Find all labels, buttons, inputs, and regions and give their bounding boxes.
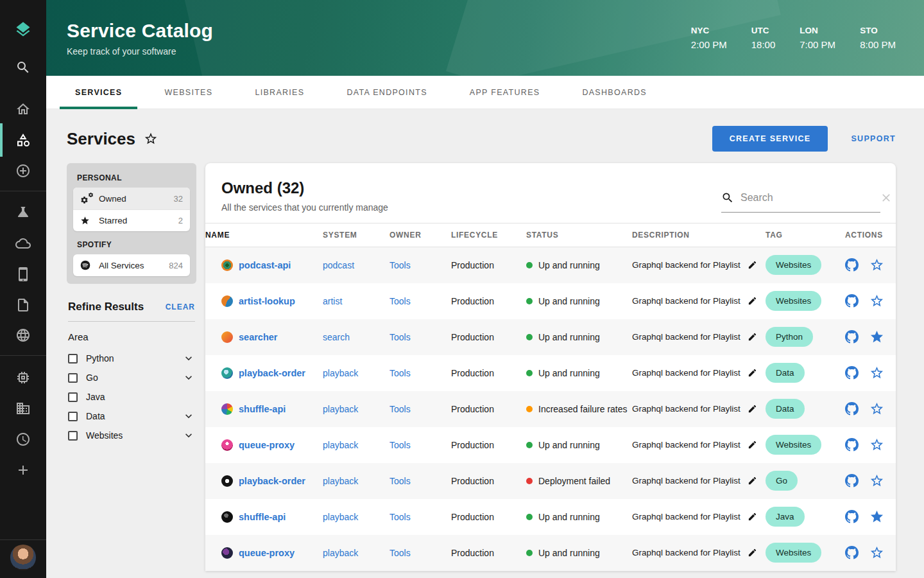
- checkbox[interactable]: [68, 431, 78, 441]
- owner-link[interactable]: Tools: [389, 404, 411, 414]
- github-icon[interactable]: [845, 366, 859, 380]
- area-option-label: Websites: [86, 430, 123, 441]
- area-option: Data: [68, 407, 195, 426]
- smartphone-icon[interactable]: [15, 267, 31, 282]
- checkbox[interactable]: [68, 373, 78, 383]
- document-icon[interactable]: [15, 297, 31, 313]
- github-icon[interactable]: [845, 546, 859, 559]
- plus-icon[interactable]: [15, 462, 31, 478]
- checkbox[interactable]: [68, 392, 78, 402]
- globe-icon[interactable]: [15, 328, 31, 343]
- github-icon[interactable]: [845, 330, 859, 344]
- system-link[interactable]: search: [323, 332, 350, 342]
- checkbox[interactable]: [68, 412, 78, 421]
- system-link[interactable]: podcast: [323, 260, 354, 270]
- search-icon[interactable]: [15, 60, 31, 75]
- service-name-link[interactable]: playback-order: [239, 368, 305, 378]
- edit-description-icon[interactable]: [748, 512, 757, 521]
- star-filled-icon[interactable]: [869, 329, 884, 344]
- system-link[interactable]: playback: [323, 368, 358, 378]
- chip-icon[interactable]: [15, 370, 31, 385]
- clock-icon[interactable]: [15, 432, 31, 447]
- star-filled-icon[interactable]: [869, 509, 884, 524]
- github-icon[interactable]: [845, 438, 859, 451]
- add-circle-icon[interactable]: [15, 163, 31, 179]
- star-outline-icon[interactable]: [869, 401, 884, 416]
- backstage-logo-icon[interactable]: [14, 21, 32, 39]
- search-input[interactable]: [740, 192, 873, 204]
- github-icon[interactable]: [845, 294, 859, 308]
- service-name-link[interactable]: shuffle-api: [239, 512, 286, 522]
- edit-description-icon[interactable]: [748, 260, 757, 270]
- tab[interactable]: DATA ENDPOINTS: [331, 76, 442, 109]
- github-icon[interactable]: [845, 510, 859, 523]
- tab[interactable]: WEBSITES: [149, 76, 228, 109]
- star-outline-icon[interactable]: [869, 258, 884, 272]
- filter-owned[interactable]: Owned 32: [73, 188, 190, 209]
- chevron-down-icon[interactable]: [182, 429, 195, 442]
- tab[interactable]: SERVICES: [60, 76, 137, 109]
- tag-badge: Websites: [766, 291, 821, 311]
- clear-filters-link[interactable]: CLEAR: [166, 302, 195, 311]
- chevron-down-icon[interactable]: [182, 410, 195, 423]
- github-icon[interactable]: [845, 402, 859, 416]
- edit-description-icon[interactable]: [748, 476, 757, 486]
- system-link[interactable]: artist: [323, 296, 342, 306]
- system-link[interactable]: playback: [323, 404, 358, 414]
- chevron-down-icon[interactable]: [182, 371, 195, 384]
- filter-all-services-count: 824: [169, 261, 183, 270]
- edit-description-icon[interactable]: [748, 332, 757, 342]
- catalog-icon[interactable]: [15, 132, 31, 148]
- filter-all-services[interactable]: All Services 824: [73, 254, 190, 276]
- star-outline-icon[interactable]: [869, 545, 884, 560]
- owner-link[interactable]: Tools: [389, 332, 411, 342]
- edit-description-icon[interactable]: [748, 296, 757, 306]
- owner-link[interactable]: Tools: [389, 260, 411, 270]
- tab[interactable]: DASHBOARDS: [567, 76, 662, 109]
- area-options: Python Go: [68, 349, 195, 445]
- service-name-link[interactable]: queue-proxy: [239, 440, 295, 450]
- owner-link[interactable]: Tools: [389, 296, 411, 306]
- service-name-link[interactable]: artist-lookup: [239, 296, 295, 306]
- building-icon[interactable]: [15, 401, 31, 416]
- checkbox[interactable]: [68, 354, 78, 363]
- github-icon[interactable]: [845, 258, 859, 272]
- user-avatar[interactable]: [10, 545, 36, 570]
- edit-description-icon[interactable]: [748, 548, 757, 557]
- service-name-link[interactable]: queue-proxy: [239, 548, 295, 558]
- tab[interactable]: APP FEATURES: [454, 76, 556, 109]
- star-outline-icon[interactable]: [869, 365, 884, 380]
- edit-description-icon[interactable]: [748, 404, 757, 414]
- cloud-icon[interactable]: [15, 236, 31, 251]
- owner-link[interactable]: Tools: [389, 512, 411, 522]
- favorite-page-star-icon[interactable]: [144, 132, 158, 146]
- system-link[interactable]: playback: [323, 512, 358, 522]
- system-link[interactable]: playback: [323, 548, 358, 558]
- owner-link[interactable]: Tools: [389, 476, 411, 486]
- star-outline-icon[interactable]: [869, 473, 884, 488]
- tab[interactable]: LIBRARIES: [239, 76, 320, 109]
- edit-description-icon[interactable]: [748, 440, 757, 450]
- edit-description-icon[interactable]: [748, 368, 757, 378]
- service-name-link[interactable]: searcher: [239, 332, 277, 342]
- service-name-link[interactable]: shuffle-api: [239, 404, 286, 414]
- owner-link[interactable]: Tools: [389, 440, 411, 450]
- filter-starred[interactable]: Starred 2: [73, 209, 190, 231]
- support-link[interactable]: SUPPORT: [851, 134, 896, 143]
- chevron-down-icon[interactable]: [182, 352, 195, 365]
- service-name-link[interactable]: playback-order: [239, 476, 305, 486]
- star-outline-icon[interactable]: [869, 293, 884, 308]
- github-icon[interactable]: [845, 474, 859, 487]
- owner-link[interactable]: Tools: [389, 368, 411, 378]
- create-service-button[interactable]: CREATE SERVICE: [712, 126, 828, 152]
- owner-link[interactable]: Tools: [389, 548, 411, 558]
- service-name-link[interactable]: podcast-api: [239, 260, 291, 270]
- clear-search-icon[interactable]: [880, 191, 893, 204]
- home-icon[interactable]: [15, 101, 31, 117]
- star-outline-icon[interactable]: [869, 437, 884, 452]
- system-link[interactable]: playback: [323, 440, 358, 450]
- column-header: DESCRIPTION: [632, 223, 766, 247]
- clock-city: STO: [860, 26, 896, 35]
- system-link[interactable]: playback: [323, 476, 358, 486]
- flask-icon[interactable]: [15, 204, 31, 220]
